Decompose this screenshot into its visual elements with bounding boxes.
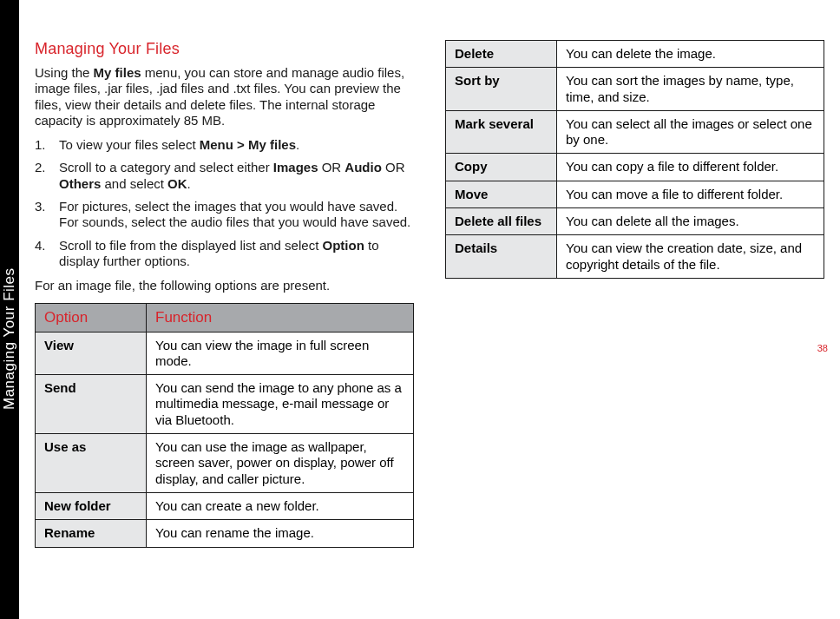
cell-option: Move xyxy=(446,181,557,207)
table-row: Delete all filesYou can delete all the i… xyxy=(446,208,824,235)
cell-option: Rename xyxy=(36,520,147,547)
step-bold: OK xyxy=(167,176,187,191)
cell-function: You can select all the images or select … xyxy=(557,110,824,154)
right-column: DeleteYou can delete the image. Sort byY… xyxy=(445,40,824,548)
table-row: Sort byYou can sort the images by name, … xyxy=(446,68,824,111)
cell-option: Sort by xyxy=(446,68,557,111)
step-bold: Audio xyxy=(345,160,382,175)
header-option: Option xyxy=(36,303,147,332)
page-title: Managing Your Files xyxy=(35,40,414,58)
step-text: OR xyxy=(382,160,405,175)
cell-option: New folder xyxy=(36,492,147,519)
step-bold: Others xyxy=(59,176,101,191)
table-header-row: Option Function xyxy=(36,303,414,332)
options-table-left: Option Function ViewYou can view the ima… xyxy=(35,303,414,548)
step-text: To view your files select xyxy=(59,137,200,152)
cell-function: You can create a new folder. xyxy=(147,492,414,519)
table-row: SendYou can send the image to any phone … xyxy=(36,375,414,434)
step-bold: Option xyxy=(322,238,364,253)
lead-text: For an image file, the following options… xyxy=(35,278,414,293)
step-text: OR xyxy=(318,160,345,175)
table-row: New folderYou can create a new folder. xyxy=(36,492,414,519)
step-item: Scroll to file from the displayed list a… xyxy=(35,238,414,270)
table-row: ViewYou can view the image in full scree… xyxy=(36,332,414,375)
cell-option: Delete xyxy=(446,41,557,68)
table-row: MoveYou can move a file to different fol… xyxy=(446,181,824,207)
cell-function: You can copy a file to different folder. xyxy=(557,154,824,181)
intro-pre: Using the xyxy=(35,65,94,80)
step-text: Scroll to file from the displayed list a… xyxy=(59,238,322,253)
step-item: To view your files select Menu > My file… xyxy=(35,137,414,153)
step-text: Scroll to a category and select either xyxy=(59,160,273,175)
cell-option: Delete all files xyxy=(446,208,557,235)
cell-function: You can send the image to any phone as a… xyxy=(147,375,414,434)
cell-function: You can delete the image. xyxy=(557,41,824,68)
table-row: DetailsYou can view the creation date, s… xyxy=(446,235,824,279)
cell-function: You can view the creation date, size, an… xyxy=(557,235,824,279)
cell-option: Copy xyxy=(446,154,557,181)
cell-option: Details xyxy=(446,235,557,279)
step-item: Scroll to a category and select either I… xyxy=(35,160,414,192)
step-bold: Images xyxy=(273,160,318,175)
left-column: Managing Your Files Using the My files m… xyxy=(35,40,414,548)
cell-function: You can rename the image. xyxy=(147,520,414,547)
page-content: Managing Your Files Using the My files m… xyxy=(35,40,824,548)
table-row: RenameYou can rename the image. xyxy=(36,520,414,547)
cell-option: Use as xyxy=(36,434,147,493)
step-text: and select xyxy=(101,176,167,191)
step-text: . xyxy=(296,137,299,152)
cell-option: View xyxy=(36,332,147,375)
step-bold: Menu > My files xyxy=(200,137,296,152)
steps-list: To view your files select Menu > My file… xyxy=(35,137,414,269)
cell-function: You can use the image as wallpaper, scre… xyxy=(147,434,414,493)
cell-option: Send xyxy=(36,375,147,434)
cell-function: You can delete all the images. xyxy=(557,208,824,235)
step-text: For pictures, select the images that you… xyxy=(59,199,410,229)
intro-bold: My files xyxy=(94,65,141,80)
step-item: For pictures, select the images that you… xyxy=(35,199,414,231)
header-function: Function xyxy=(147,303,414,332)
side-section-label: Managing Your Files xyxy=(0,243,19,417)
cell-function: You can move a file to different folder. xyxy=(557,181,824,207)
cell-function: You can sort the images by name, type, t… xyxy=(557,68,824,111)
options-table-right: DeleteYou can delete the image. Sort byY… xyxy=(445,40,824,279)
table-row: CopyYou can copy a file to different fol… xyxy=(446,154,824,181)
cell-function: You can view the image in full screen mo… xyxy=(147,332,414,375)
table-row: Mark severalYou can select all the image… xyxy=(446,110,824,154)
table-row: DeleteYou can delete the image. xyxy=(446,41,824,68)
cell-option: Mark several xyxy=(446,110,557,154)
table-row: Use asYou can use the image as wallpaper… xyxy=(36,434,414,493)
step-text: . xyxy=(187,176,191,191)
intro-paragraph: Using the My files menu, you can store a… xyxy=(35,65,414,128)
